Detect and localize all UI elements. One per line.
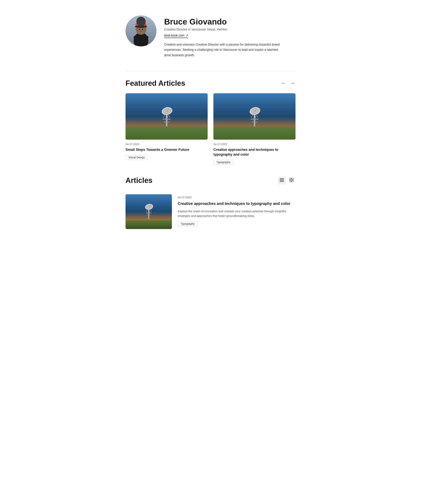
grid-view-button[interactable] (287, 176, 295, 185)
dish-svg-list (140, 201, 157, 220)
svg-point-7 (135, 25, 147, 28)
svg-rect-35 (292, 178, 294, 180)
articles-title: Articles (126, 176, 152, 185)
svg-rect-40 (147, 215, 151, 215)
avatar-container (126, 15, 156, 46)
article-image-2 (213, 93, 295, 140)
article-date-1: 04-27-2023 (126, 143, 208, 146)
next-arrow-button[interactable]: → (290, 80, 295, 86)
articles-header: Articles (126, 176, 295, 185)
profile-name: Bruce Giovando (164, 17, 295, 26)
section-divider (126, 71, 295, 72)
article-tag-2[interactable]: Typography (213, 160, 233, 165)
article-list-tag-1[interactable]: Typography (178, 221, 198, 226)
article-list-date-1: 04-27-2023 (178, 196, 295, 199)
article-list-excerpt-1: Explore the realm of innovation and unle… (178, 209, 295, 218)
svg-rect-2 (134, 36, 148, 39)
svg-rect-13 (164, 122, 169, 122)
svg-rect-32 (280, 180, 284, 180)
svg-rect-37 (292, 180, 294, 182)
profile-website-link[interactable]: land-book.com ↗ (164, 34, 188, 38)
dish-svg-2 (243, 103, 266, 130)
avatar (126, 15, 156, 46)
featured-articles-title: Featured Articles (126, 79, 185, 87)
featured-articles-header: Featured Articles ← → (126, 79, 295, 87)
profile-title: Creative Director in Vancouver Island, H… (164, 28, 295, 31)
featured-article-card-2[interactable]: 04-27-2023 Creative approaches and techn… (213, 93, 295, 165)
featured-article-card-1[interactable]: 04-27-2023 Small Steps Towards a Greener… (126, 93, 208, 165)
article-thumbnail-1 (126, 93, 208, 140)
article-tag-1[interactable]: Visual Design (126, 155, 148, 160)
featured-articles-grid: 04-27-2023 Small Steps Towards a Greener… (126, 93, 295, 165)
article-list-item-1[interactable]: 04-27-2023 Creative approaches and techn… (126, 190, 295, 233)
svg-point-10 (140, 30, 142, 31)
avatar-svg (126, 15, 156, 46)
article-list-title-1: Creative approaches and techniques to ty… (178, 201, 295, 206)
grid-view-icon (289, 178, 294, 182)
svg-point-9 (142, 29, 143, 30)
profile-info: Bruce Giovando Creative Director in Vanc… (164, 15, 295, 58)
profile-section: Bruce Giovando Creative Director in Vanc… (126, 8, 295, 67)
dish-svg-1 (155, 103, 178, 130)
svg-rect-23 (252, 122, 258, 122)
nav-arrows: ← → (281, 80, 295, 86)
svg-rect-12 (163, 119, 170, 120)
article-thumbnail-2 (213, 93, 295, 140)
list-view-icon (280, 178, 284, 182)
articles-section: Articles (126, 176, 295, 233)
article-list-content-1: 04-27-2023 Creative approaches and techn… (178, 194, 295, 226)
article-image-1 (126, 93, 208, 140)
svg-rect-36 (289, 180, 291, 182)
svg-rect-39 (146, 213, 152, 213)
article-title-1: Small Steps Towards a Greener Future (126, 147, 208, 152)
view-toggle (278, 176, 295, 185)
article-list-image-1 (126, 194, 172, 229)
svg-line-47 (150, 209, 152, 212)
profile-bio: Creative and visionary Creative Director… (164, 42, 280, 58)
svg-point-6 (136, 22, 146, 25)
svg-rect-33 (280, 181, 284, 182)
external-link-icon: ↗ (186, 34, 188, 37)
svg-line-20 (168, 114, 170, 118)
article-date-2: 04-27-2023 (213, 143, 295, 146)
profile-website-text: land-book.com (164, 34, 184, 37)
article-title-2: Creative approaches and techniques to ty… (213, 147, 295, 157)
svg-rect-34 (289, 178, 291, 180)
svg-line-30 (255, 114, 258, 118)
list-view-button[interactable] (278, 176, 286, 185)
prev-arrow-button[interactable]: ← (281, 80, 287, 86)
featured-articles-section: Featured Articles ← → (126, 79, 295, 165)
svg-rect-22 (251, 119, 259, 120)
svg-rect-31 (280, 178, 284, 179)
svg-point-8 (139, 29, 140, 30)
